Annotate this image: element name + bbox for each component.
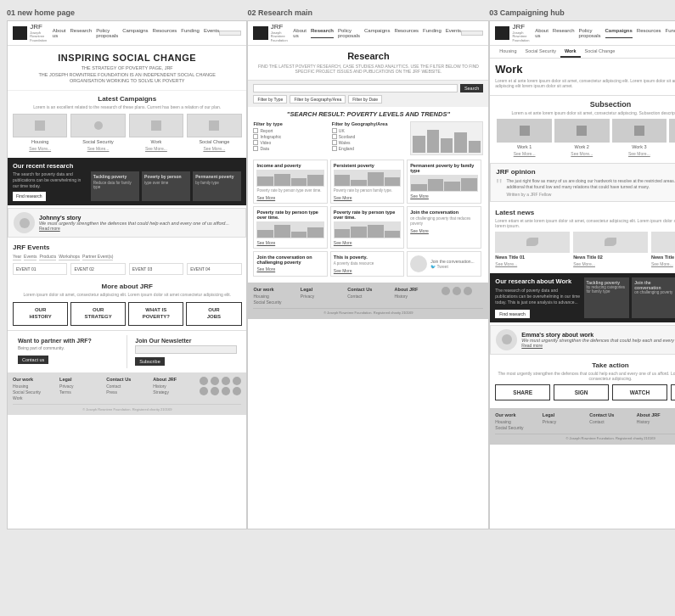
camp-footer-grid: Our work Housing Social Security Legal P…: [495, 412, 675, 431]
work-link-2[interactable]: See More...: [571, 151, 593, 156]
footer-col-social: [200, 377, 241, 401]
more-btn-jobs[interactable]: OURJOBS: [186, 302, 241, 326]
tab-work[interactable]: Work: [560, 46, 581, 58]
social-icon-4[interactable]: [233, 377, 241, 385]
newsletter-section: Want to partner with JRF? Being part of …: [8, 330, 246, 373]
story-content: Johnny's story We must urgently strength…: [39, 215, 240, 231]
filter-wales: Wales: [332, 140, 405, 145]
social-icon-5[interactable]: [200, 387, 208, 395]
footer-grid: Our work Housing Social Security Work Le…: [13, 377, 241, 401]
bar-10: [428, 179, 444, 191]
checkbox-report[interactable]: [253, 128, 258, 133]
bar-5: [335, 175, 351, 186]
social-icon-2[interactable]: [211, 377, 219, 385]
filter-date[interactable]: Filter by Date: [348, 95, 382, 104]
checkbox-video[interactable]: [253, 140, 258, 145]
result-chart-5: [334, 221, 401, 238]
tab-social[interactable]: Social Security: [521, 46, 560, 58]
home-nav: JRF Joseph RowntreeFoundation About us R…: [8, 21, 246, 46]
story-name: Johnny's story: [39, 215, 240, 221]
story-link[interactable]: Read more: [39, 226, 240, 231]
r-social-1[interactable]: [442, 287, 450, 295]
filter-geo[interactable]: Filter by Geography/Area: [290, 95, 346, 104]
news-image-1: [495, 232, 570, 253]
checkbox-uk[interactable]: [332, 128, 337, 133]
footer-col-contact: Contact Us Contact Press: [106, 377, 148, 401]
filter-type[interactable]: Filter by Type: [253, 95, 287, 104]
research-nav-items: About us Research Policy proposals Campa…: [293, 28, 461, 38]
news-link-2[interactable]: See More...: [573, 261, 648, 266]
social-icon-8[interactable]: [233, 387, 241, 395]
filter-report: Report: [253, 128, 326, 133]
campaign-social-link[interactable]: See More...: [87, 146, 110, 151]
work-label-2: Work 2: [575, 144, 589, 149]
social-icon-7[interactable]: [222, 387, 230, 395]
opinion-section: JRF opinion " The just right flow as man…: [490, 163, 675, 202]
work-grid: Work 1 See More... Work 2 See More... Wo…: [495, 119, 675, 156]
r-social-2[interactable]: [453, 287, 461, 295]
filter-video: Video: [253, 140, 326, 145]
story2-avatar-inner: [502, 334, 512, 344]
search-button[interactable]: Search: [460, 84, 483, 92]
campaign-change-link[interactable]: See More...: [203, 146, 225, 151]
home-nav-search[interactable]: [219, 31, 241, 36]
action-join[interactable]: JOIN: [671, 384, 675, 400]
action-sign[interactable]: SIGN: [554, 384, 609, 400]
chart-bar-4: [454, 132, 466, 153]
checkbox-scotland[interactable]: [332, 134, 337, 139]
story2-quote: We must urgently strengthen the defences…: [521, 338, 675, 343]
social-icon-6[interactable]: [211, 387, 219, 395]
campaigning-page-section: 03 Campaigning hub JRF Joseph RowntreeFo…: [489, 8, 675, 529]
more-btn-strategy[interactable]: OURSTRATEGY: [70, 302, 126, 326]
news-link-1[interactable]: See More...: [495, 261, 570, 266]
chart-bar-1: [413, 136, 425, 153]
work-item-4: Work 4 See More...: [669, 119, 675, 156]
camp-logo-icon: [495, 26, 509, 40]
rab-btn[interactable]: Find research: [495, 310, 530, 318]
work-link-3[interactable]: See More...: [628, 151, 650, 156]
work-image-4: [669, 119, 675, 143]
story-avatar: [14, 212, 35, 233]
work-link-1[interactable]: See More...: [514, 151, 536, 156]
checkbox-data[interactable]: [253, 146, 258, 151]
campaign-work-link[interactable]: See More...: [145, 146, 167, 151]
research-nav-search[interactable]: [461, 31, 483, 36]
checkbox-wales[interactable]: [332, 140, 337, 145]
footer-social-icons: [200, 377, 241, 385]
action-share[interactable]: SHARE: [495, 384, 550, 400]
story2-link[interactable]: Read more: [521, 343, 675, 348]
search-input[interactable]: [253, 84, 457, 92]
campaigns-subtitle: Lorem is an excellent related to the res…: [13, 104, 241, 109]
twitter-avatar: [410, 255, 427, 272]
bar-7: [368, 172, 384, 186]
chart-bar-5: [469, 141, 481, 153]
tab-change[interactable]: Social Change: [581, 46, 620, 58]
social-icon-3[interactable]: [222, 377, 230, 385]
bar-15: [291, 232, 307, 238]
r-social-3[interactable]: [464, 287, 472, 295]
social-icon-1[interactable]: [200, 377, 208, 385]
campaign-housing-link[interactable]: See More...: [29, 146, 51, 151]
result-card-1: Income and poverty Poverty rate by perso…: [253, 160, 327, 204]
news-link-3[interactable]: See More...: [651, 261, 675, 266]
subscribe-btn[interactable]: Subscribe: [135, 357, 164, 366]
bar-14: [274, 225, 290, 237]
story2-section: Emma's story about work We must urgently…: [490, 325, 675, 355]
contact-btn[interactable]: Contact us: [18, 356, 48, 364]
tab-housing[interactable]: Housing: [495, 46, 520, 58]
more-btn-poverty[interactable]: WHAT ISPOVERTY?: [128, 302, 183, 326]
newsletter-input[interactable]: [135, 345, 236, 354]
camp-logo: JRF Joseph RowntreeFoundation: [495, 24, 535, 42]
subsection-area: Subsection Lorem a et ante lorem ipsum d…: [490, 96, 675, 160]
checkbox-infographic[interactable]: [253, 134, 258, 139]
action-watch[interactable]: WATCH: [612, 384, 667, 400]
more-btn-history[interactable]: OURHISTORY: [13, 302, 68, 326]
events-section: JRF Events Year Events Products Workshop…: [8, 240, 246, 278]
find-research-btn[interactable]: Find research: [13, 192, 46, 201]
home-research-main: The search for poverty data and publicat…: [13, 171, 88, 201]
bar-2: [274, 174, 290, 186]
checkbox-england[interactable]: [332, 146, 337, 151]
campaign-change: Social Change See More...: [187, 114, 241, 151]
result-card-2: Persistent poverty Poverty rate by perso…: [330, 160, 404, 204]
bar-8: [385, 177, 401, 186]
